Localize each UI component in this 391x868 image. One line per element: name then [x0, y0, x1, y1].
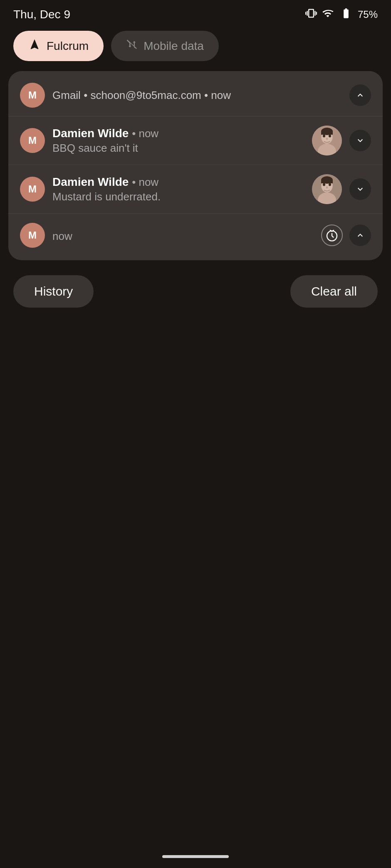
wifi-tile[interactable]: Fulcrum	[13, 31, 104, 61]
svg-point-5	[329, 135, 331, 138]
notif-gmail-header: M Gmail • schoon@9to5mac.com • now	[8, 74, 383, 116]
notif-item-3-icon: M	[20, 223, 45, 248]
status-icons: 75%	[305, 7, 378, 22]
snooze-button[interactable]	[321, 224, 343, 246]
notif-item-2-avatar	[312, 174, 342, 204]
battery-percent: 75%	[358, 9, 378, 20]
battery-icon	[339, 7, 354, 22]
notif-item-2-body: Mustard is underrated.	[52, 190, 304, 203]
bottom-buttons: History Clear all	[0, 260, 391, 324]
notif-item-1-body: BBQ sauce ain't it	[52, 142, 304, 155]
wifi-tile-icon	[28, 38, 41, 54]
svg-rect-17	[321, 180, 333, 183]
mobile-data-tile[interactable]: Mobile data	[111, 31, 219, 61]
svg-point-4	[323, 135, 325, 138]
svg-point-14	[329, 183, 331, 186]
notif-item-1[interactable]: M Damien Wilde • now BBQ sauce ain't it	[8, 116, 383, 165]
home-indicator	[162, 855, 229, 858]
notif-item-1-expand-btn[interactable]	[349, 130, 371, 151]
notif-item-1-icon: M	[20, 128, 45, 153]
notif-item-1-avatar	[312, 126, 342, 155]
notif-item-1-content: Damien Wilde • now BBQ sauce ain't it	[52, 127, 304, 155]
notification-panel: M Gmail • schoon@9to5mac.com • now M Dam…	[8, 71, 383, 260]
svg-point-6	[326, 138, 328, 140]
notif-item-1-sender: Damien Wilde • now	[52, 127, 304, 140]
wifi-signal-icon	[321, 7, 334, 22]
notif-item-2-expand-btn[interactable]	[349, 178, 371, 200]
gmail-icon: M	[20, 83, 45, 108]
notif-item-3[interactable]: M now	[8, 214, 383, 257]
notif-item-2-content: Damien Wilde • now Mustard is underrated…	[52, 175, 304, 203]
status-bar: Thu, Dec 9 75%	[0, 0, 391, 27]
mobile-data-label: Mobile data	[144, 39, 204, 53]
notif-header-text: Gmail • schoon@9to5mac.com • now	[52, 89, 231, 102]
notif-item-3-time: now	[52, 230, 72, 243]
wifi-tile-label: Fulcrum	[47, 39, 89, 53]
notif-item-2-icon: M	[20, 177, 45, 202]
svg-point-13	[323, 183, 325, 186]
history-button[interactable]: History	[13, 275, 94, 308]
notif-item-3-collapse-btn[interactable]	[349, 224, 371, 246]
notif-header-collapse-btn[interactable]	[349, 84, 371, 106]
mobile-data-icon	[126, 39, 138, 53]
notif-header-left: M Gmail • schoon@9to5mac.com • now	[20, 83, 231, 108]
status-time: Thu, Dec 9	[13, 8, 70, 21]
vibrate-icon	[305, 7, 317, 22]
svg-point-15	[326, 187, 328, 189]
svg-rect-8	[321, 131, 333, 135]
notif-item-2-sender: Damien Wilde • now	[52, 175, 304, 189]
clear-all-button[interactable]: Clear all	[290, 275, 378, 308]
quick-settings: Fulcrum Mobile data	[0, 27, 391, 71]
notif-item-2[interactable]: M Damien Wilde • now Mustard is underrat…	[8, 165, 383, 214]
